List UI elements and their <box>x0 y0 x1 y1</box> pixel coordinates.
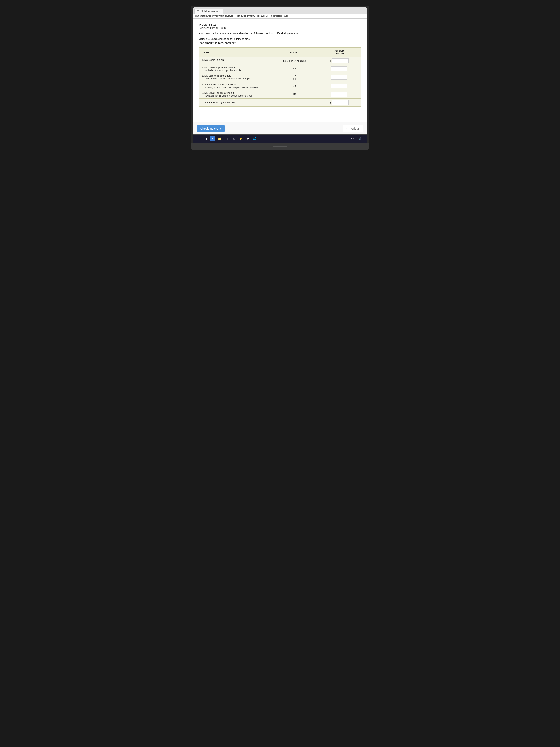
taskbar-folder-icon[interactable]: 📁 <box>217 136 222 141</box>
taskbar-network-icon: (( <box>363 137 364 140</box>
page-content: Problem 3-17 Business Gifts (LO 3.9) Sam… <box>193 19 367 122</box>
tab-close-icon[interactable]: × <box>219 10 220 12</box>
table-row: 5. Mr. Shiver (an employee gift, a watch… <box>199 90 361 99</box>
taskbar-wifi-icon: ● <box>353 137 354 140</box>
instruction1: Calculate Sam's deduction for business g… <box>199 37 361 41</box>
donee-sub-5: a watch, for 25 years of continuous serv… <box>205 94 269 97</box>
check-my-work-button[interactable]: Check My Work <box>197 125 224 132</box>
chevron-left-icon: ‹ <box>346 127 347 130</box>
address-bar: gnment/takeAssignmentMain.do?invoker=&ta… <box>193 14 367 19</box>
amount-line1-3: 22 <box>293 74 296 77</box>
total-dollar-sign: $ <box>330 101 331 104</box>
donee-cell-4: 4. Various customers (calendars costing … <box>199 82 272 90</box>
donee-name-4: Various customers (calendars <box>205 83 236 86</box>
donee-sub-3: Mrs. Sample (nonclient wife of Mr. Sampl… <box>205 77 269 80</box>
url-text: gnment/takeAssignmentMain.do?invoker=&ta… <box>195 15 288 17</box>
amount-cell-1: $35, plus $4 shipping <box>272 57 317 65</box>
amount-input-2[interactable] <box>331 66 347 71</box>
laptop-bottom <box>191 143 369 150</box>
allowed-cell-3 <box>317 73 361 82</box>
col-header-allowed: AmountAllowed <box>317 48 361 57</box>
amount-input-4[interactable] <box>331 83 347 88</box>
taskbar-lightning-icon[interactable]: ⚡ <box>238 136 243 141</box>
active-tab[interactable]: Wv2 | Online teachin × <box>194 8 223 14</box>
amount-cell-3: 22 20 <box>272 73 317 82</box>
taskbar-right: ^ ● □ 🔊 (( <box>351 137 364 140</box>
donee-name-2: Mr. Williams (a tennis partner, <box>205 66 236 69</box>
tab-bar: Wv2 | Online teachin × + <box>193 7 367 14</box>
amount-input-1[interactable] <box>332 58 348 63</box>
taskbar-display-icon: □ <box>356 137 357 140</box>
problem-description: Sam owns an insurance agency and makes t… <box>199 32 361 35</box>
allowed-cell-2 <box>317 65 361 73</box>
row-number-2: 2. <box>202 66 204 69</box>
taskbar-mail-icon[interactable]: ✉ <box>231 136 236 141</box>
donee-sub-2: not a business prospect or client) <box>205 69 269 72</box>
amount-line2-3: 20 <box>293 78 296 80</box>
donee-cell-3: 3. Mr. Sample (a client) and Mrs. Sample… <box>199 73 272 82</box>
donee-sub-4: costing $3 each with the company name on… <box>205 86 269 89</box>
col-header-amount: Amount <box>272 48 317 57</box>
allowed-cell-1: $ <box>317 57 361 65</box>
taskbar-search-icon[interactable]: ⊟ <box>203 136 208 141</box>
donee-name-5: Mr. Shiver (an employee gift, <box>205 92 235 94</box>
tab-label: Wv2 | Online teachin <box>197 10 218 12</box>
taskbar-edge-icon[interactable]: 🌐 <box>252 136 258 141</box>
problem-subtitle: Business Gifts (LO 3.9) <box>199 26 361 29</box>
row-number-5: 5. <box>202 92 204 94</box>
table-row: 1. Ms. Sears (a client) $35, plus $4 shi… <box>199 57 361 65</box>
donee-cell-1: 1. Ms. Sears (a client) <box>199 57 272 65</box>
taskbar-start-icon[interactable]: ○ <box>196 136 201 141</box>
donee-name-3: Mr. Sample (a client) and <box>205 74 231 77</box>
dollar-sign-1: $ <box>330 59 331 62</box>
donee-cell-2: 2. Mr. Williams (a tennis partner, not a… <box>199 65 272 73</box>
taskbar-volume-icon[interactable]: 🔊 <box>359 137 361 140</box>
row-number-4: 4. <box>202 83 204 86</box>
row-number-3: 3. <box>202 74 204 77</box>
table-row: 3. Mr. Sample (a client) and Mrs. Sample… <box>199 73 361 82</box>
table-row: 2. Mr. Williams (a tennis partner, not a… <box>199 65 361 73</box>
laptop-hinge <box>273 146 287 147</box>
new-tab-button[interactable]: + <box>224 9 228 13</box>
previous-label: Previous <box>349 127 359 130</box>
donee-name-1: Ms. Sears (a client) <box>205 58 225 61</box>
instruction2: If an amount is zero, enter "0". <box>199 42 361 45</box>
problem-title: Problem 3-17 <box>199 23 361 26</box>
gift-table: Donee Amount AmountAllowed <box>199 47 361 106</box>
taskbar-chrome-icon[interactable]: ● <box>210 136 215 141</box>
taskbar: ○ ⊟ ● 📁 ⊞ ✉ ⚡ ❖ 🌐 ^ ● □ 🔊 (( <box>193 134 367 143</box>
amount-input-5[interactable] <box>331 92 347 97</box>
total-allowed-cell: $ <box>317 99 361 106</box>
taskbar-apps-icon[interactable]: ⊞ <box>224 136 229 141</box>
amount-cell-2: 55 <box>272 65 317 73</box>
donee-cell-5: 5. Mr. Shiver (an employee gift, a watch… <box>199 90 272 99</box>
col-header-donee: Donee <box>199 48 272 57</box>
previous-button[interactable]: ‹ Previous <box>343 125 363 132</box>
amount-cell-4: 300 <box>272 82 317 90</box>
amount-input-3[interactable] <box>331 75 347 80</box>
table-row: 4. Various customers (calendars costing … <box>199 82 361 90</box>
allowed-cell-4 <box>317 82 361 90</box>
taskbar-dropbox-icon[interactable]: ❖ <box>245 136 250 141</box>
allowed-cell-5 <box>317 90 361 99</box>
row-number-1: 1. <box>202 58 204 61</box>
total-label: Total business gift deduction <box>199 99 317 106</box>
taskbar-chevron-icon[interactable]: ^ <box>351 137 352 140</box>
total-row: Total business gift deduction $ <box>199 99 361 106</box>
bottom-bar: Check My Work ‹ Previous <box>193 122 367 134</box>
total-input[interactable] <box>332 100 348 105</box>
amount-cell-5: 175 <box>272 90 317 99</box>
